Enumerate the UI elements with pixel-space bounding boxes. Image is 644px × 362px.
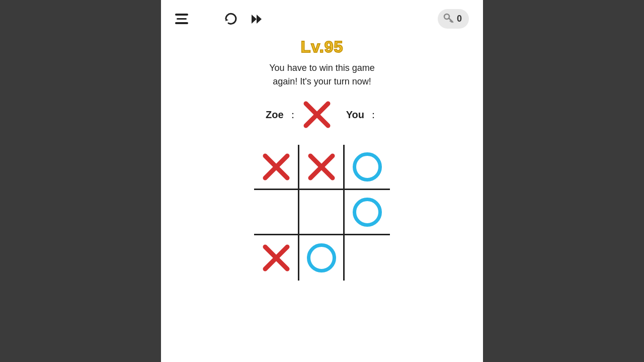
cell-2-o-icon — [353, 152, 382, 182]
cell-5[interactable] — [345, 190, 390, 235]
game-board — [254, 145, 390, 281]
player2-colon: ： — [368, 108, 378, 122]
level-label: Lv.95 — [301, 38, 343, 56]
menu-icon[interactable] — [175, 14, 188, 24]
players-row: Zoe ： You ： — [266, 100, 378, 130]
player1-x-icon — [302, 100, 332, 130]
player1-info: Zoe ： — [266, 100, 332, 130]
cell-1[interactable] — [299, 145, 345, 190]
svg-marker-1 — [257, 15, 262, 24]
left-dimmed-panel — [0, 0, 161, 362]
game-panel: 0 Lv.95 You have to win this game again!… — [161, 0, 483, 362]
instruction-line1: You have to win this game — [269, 63, 374, 73]
cell-6[interactable] — [254, 235, 299, 281]
svg-marker-0 — [252, 15, 257, 24]
cell-0-x-icon — [261, 152, 291, 182]
cell-7-o-icon — [307, 243, 336, 273]
fastforward-icon[interactable] — [250, 12, 265, 27]
cell-3[interactable] — [254, 190, 299, 235]
player1-colon: ： — [288, 108, 298, 122]
cell-7[interactable] — [299, 235, 345, 281]
cell-4[interactable] — [299, 190, 345, 235]
toolbar-left — [175, 12, 265, 27]
instruction-line2: again! It's your turn now! — [273, 76, 371, 86]
cell-2[interactable] — [345, 145, 390, 190]
player1-name: Zoe — [266, 109, 284, 121]
cell-8[interactable] — [345, 235, 390, 281]
refresh-icon[interactable] — [223, 12, 238, 27]
score-value: 0 — [457, 14, 462, 24]
instruction-text: You have to win this game again! It's yo… — [254, 61, 389, 88]
player2-name: You — [346, 109, 364, 121]
right-dimmed-panel — [483, 0, 644, 362]
toolbar: 0 — [161, 0, 483, 34]
cell-5-o-icon — [353, 198, 382, 227]
cell-0[interactable] — [254, 145, 299, 190]
cell-1-x-icon — [306, 152, 337, 182]
grid-icon[interactable] — [199, 13, 212, 26]
cell-6-x-icon — [261, 243, 291, 273]
key-score-button[interactable]: 0 — [438, 9, 469, 29]
key-icon — [443, 12, 454, 26]
player2-info: You ： — [346, 108, 378, 122]
board-container — [254, 145, 390, 281]
